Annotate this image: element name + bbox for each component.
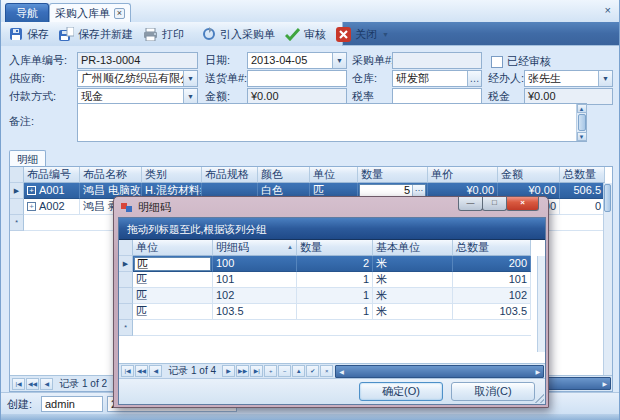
- ok-button[interactable]: 确定(O): [359, 382, 443, 401]
- scroll-up-icon[interactable]: ▲: [577, 104, 587, 113]
- dcell-total[interactable]: 200: [453, 256, 531, 272]
- tab-navigation[interactable]: 导航: [5, 3, 49, 22]
- close-dropdown-icon[interactable]: ▼: [382, 31, 389, 38]
- supplier-dropdown-icon[interactable]: ▼: [183, 71, 197, 86]
- print-button[interactable]: 打印: [139, 24, 188, 44]
- cell-code[interactable]: + A002: [24, 199, 80, 215]
- dialog-row[interactable]: 匹 102 1 米 102: [119, 288, 531, 304]
- delivery-field[interactable]: [247, 70, 347, 87]
- nav-edit-icon[interactable]: ▲: [292, 365, 305, 377]
- dcol-baseunit[interactable]: 基本单位: [373, 240, 453, 256]
- warehouse-field[interactable]: 研发部 …: [392, 70, 482, 87]
- maximize-icon[interactable]: □: [482, 197, 507, 211]
- warehouse-ellipsis-icon[interactable]: …: [467, 71, 481, 86]
- qty-ellipsis-icon[interactable]: …: [412, 185, 425, 197]
- nav-next-icon[interactable]: ▶: [222, 365, 235, 377]
- supplier-field[interactable]: 广州顺亿纺织品有限公司 ▼: [77, 70, 198, 87]
- col-name[interactable]: 布品名称: [80, 167, 142, 183]
- col-unit[interactable]: 单位: [310, 167, 358, 183]
- dcell-code[interactable]: 102: [213, 288, 297, 304]
- detail-tab[interactable]: 明细: [9, 150, 46, 167]
- dcell-qty[interactable]: 1: [297, 304, 373, 320]
- dcol-unit[interactable]: 单位: [133, 240, 213, 256]
- scroll-left-icon[interactable]: ◀: [339, 368, 344, 375]
- scroll-right-icon[interactable]: ▶: [602, 380, 607, 387]
- dialog-hscrollbar[interactable]: ◀ ▶: [335, 365, 544, 378]
- dcell-total[interactable]: 102: [453, 288, 531, 304]
- group-by-panel[interactable]: 拖动列标题至此,根据该列分组: [119, 218, 545, 240]
- col-price[interactable]: 单价: [428, 167, 498, 183]
- audited-checkbox-row[interactable]: 已经审核: [491, 54, 551, 69]
- nav-prev-icon[interactable]: ◀: [149, 365, 162, 377]
- cell-total[interactable]: 0: [560, 199, 605, 215]
- dcell-qty[interactable]: 1: [297, 288, 373, 304]
- dcell-baseunit[interactable]: 米: [373, 288, 453, 304]
- nav-last-icon[interactable]: ▶|: [250, 365, 263, 377]
- dcell-unit[interactable]: 匹: [133, 272, 213, 288]
- dcell-qty[interactable]: 1: [297, 272, 373, 288]
- nav-prev-icon[interactable]: ◀: [40, 378, 53, 390]
- scroll-thumb[interactable]: [604, 184, 611, 212]
- dialog-new-row[interactable]: *: [119, 320, 531, 336]
- col-color[interactable]: 颜色: [258, 167, 310, 183]
- dcell-baseunit[interactable]: 米: [373, 304, 453, 320]
- dcol-total[interactable]: 总数量: [453, 240, 531, 256]
- dialog-row-selected[interactable]: ▶ 匹 100 2 米 200: [119, 256, 531, 272]
- minimize-icon[interactable]: —: [458, 197, 483, 211]
- nav-delete-icon[interactable]: −: [278, 365, 291, 377]
- dcol-qty[interactable]: 数量: [297, 240, 373, 256]
- po-field[interactable]: [392, 52, 482, 69]
- nav-endedit-icon[interactable]: ✔: [306, 365, 319, 377]
- nav-prevpage-icon[interactable]: ◀◀: [26, 378, 39, 390]
- col-spec[interactable]: 布品规格: [202, 167, 258, 183]
- dcell-baseunit[interactable]: 米: [373, 272, 453, 288]
- nav-nextpage-icon[interactable]: ▶▶: [236, 365, 249, 377]
- scroll-down-icon[interactable]: ▼: [577, 132, 587, 141]
- nav-cancel-icon[interactable]: ×: [320, 365, 333, 377]
- save-and-new-button[interactable]: 保存并新建: [55, 24, 137, 44]
- audit-button[interactable]: 审核: [281, 24, 330, 44]
- col-amount[interactable]: 金额: [498, 167, 560, 183]
- col-category[interactable]: 类别: [142, 167, 202, 183]
- col-qty[interactable]: 数量: [358, 167, 428, 183]
- dcell-unit-editor[interactable]: 匹: [133, 256, 213, 272]
- dcell-qty[interactable]: 2: [297, 256, 373, 272]
- grid-vscrollbar[interactable]: [603, 183, 612, 375]
- dcell-code[interactable]: 101: [213, 272, 297, 288]
- audited-checkbox[interactable]: [491, 56, 503, 68]
- dcell-code[interactable]: 103.5: [213, 304, 297, 320]
- remark-textarea[interactable]: ▲ ▼: [77, 103, 587, 142]
- cell-code[interactable]: + A001: [24, 183, 80, 199]
- col-code[interactable]: 布品编号: [24, 167, 80, 183]
- scroll-thumb[interactable]: [578, 114, 586, 131]
- dcell-code[interactable]: 100: [213, 256, 297, 272]
- cancel-button[interactable]: 取消(C): [451, 382, 535, 401]
- dialog-close-icon[interactable]: ×: [506, 197, 539, 211]
- dialog-vscrollbar[interactable]: [537, 256, 545, 352]
- col-total[interactable]: 总数量: [560, 167, 605, 183]
- scroll-right-icon[interactable]: ▶: [535, 368, 540, 375]
- dialog-row[interactable]: 匹 101 1 米 101: [119, 272, 531, 288]
- nav-prevpage-icon[interactable]: ◀◀: [135, 365, 148, 377]
- tab-purchase-inbound[interactable]: 采购入库单 ×: [49, 3, 131, 22]
- close-button[interactable]: 关闭 ▼: [332, 24, 393, 44]
- dcell-unit[interactable]: 匹: [133, 288, 213, 304]
- dialog-row[interactable]: 匹 103.5 1 米 103.5: [119, 304, 531, 320]
- import-purchase-order-button[interactable]: 引入采购单: [198, 24, 279, 44]
- nav-first-icon[interactable]: |◀: [121, 365, 134, 377]
- expand-icon[interactable]: +: [27, 202, 36, 211]
- tab-close-icon[interactable]: ×: [114, 8, 125, 19]
- nav-add-icon[interactable]: +: [264, 365, 277, 377]
- tabstrip-close-icon[interactable]: ×: [605, 5, 611, 16]
- date-dropdown-icon[interactable]: ▼: [332, 53, 346, 68]
- dcell-total[interactable]: 101: [453, 272, 531, 288]
- agent-field[interactable]: 张先生 ▼: [524, 70, 613, 87]
- nav-first-icon[interactable]: |◀: [12, 378, 25, 390]
- resize-grip[interactable]: [534, 393, 544, 403]
- agent-dropdown-icon[interactable]: ▼: [598, 71, 612, 86]
- dialog-titlebar[interactable]: 明细码 — □ ×: [114, 197, 548, 217]
- remark-scrollbar[interactable]: ▲ ▼: [576, 104, 586, 141]
- date-field[interactable]: 2013-04-05 ▼: [247, 52, 347, 69]
- expand-icon[interactable]: +: [27, 186, 36, 195]
- dcell-total[interactable]: 103.5: [453, 304, 531, 320]
